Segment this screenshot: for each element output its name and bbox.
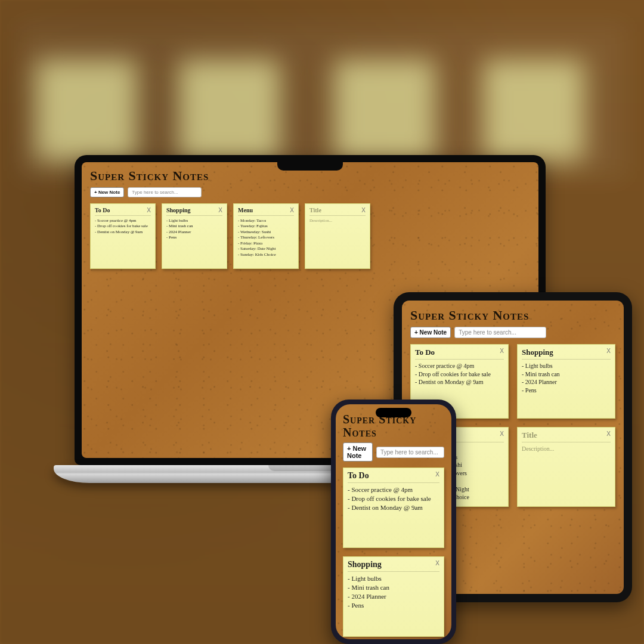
phone-mockup: Super Sticky Notes + New Note Type here …	[331, 400, 456, 644]
search-input[interactable]: Type here to search...	[128, 187, 202, 197]
phone-dynamic-island	[376, 408, 411, 417]
note-title[interactable]: To Do	[348, 471, 369, 481]
sticky-note[interactable]: To Do X - Soccer practice @ 4pm - Drop o…	[343, 467, 444, 548]
close-icon[interactable]: X	[435, 560, 439, 566]
toolbar: + New Note Type here to search...	[410, 327, 615, 338]
close-icon[interactable]: X	[606, 431, 611, 437]
note-body[interactable]: - Soccer practice @ 4pm - Drop off cooki…	[348, 485, 439, 512]
sticky-note-empty[interactable]: Title X Description...	[517, 427, 615, 507]
sticky-note[interactable]: To Do X - Soccer practice @ 4pm - Drop o…	[90, 203, 156, 269]
note-body[interactable]: - Light bulbs - Mini trash can - 2024 Pl…	[522, 362, 611, 394]
note-body[interactable]: - Light bulbs - Mini trash can - 2024 Pl…	[166, 218, 222, 241]
note-title[interactable]: To Do	[95, 207, 110, 213]
background-note	[483, 60, 584, 161]
note-title[interactable]: To Do	[415, 348, 435, 357]
search-input[interactable]: Type here to search...	[454, 327, 546, 338]
sticky-notes-app: Super Sticky Notes + New Note Type here …	[336, 404, 451, 639]
close-icon[interactable]: X	[290, 207, 294, 213]
sticky-note[interactable]: Menu X - Monday: Tacos - Tuesday: Fajita…	[233, 203, 299, 269]
note-body[interactable]: - Soccer practice @ 4pm - Drop off cooki…	[415, 362, 504, 386]
sticky-note[interactable]: Shopping X - Light bulbs - Mini trash ca…	[343, 556, 444, 637]
sticky-note[interactable]: Shopping X - Light bulbs - Mini trash ca…	[517, 344, 615, 419]
note-title[interactable]: Menu	[238, 207, 253, 213]
note-body-placeholder[interactable]: Description...	[522, 445, 611, 453]
note-title[interactable]: Shopping	[166, 207, 191, 213]
note-body[interactable]: - Monday: Tacos - Tuesday: Fajitas - Wed…	[238, 218, 294, 258]
notes-container: To Do X - Soccer practice @ 4pm - Drop o…	[343, 467, 444, 639]
close-icon[interactable]: X	[606, 348, 611, 354]
search-input[interactable]: Type here to search...	[376, 447, 444, 458]
close-icon[interactable]: X	[147, 207, 151, 213]
close-icon[interactable]: X	[361, 207, 366, 213]
background-note	[36, 60, 137, 161]
close-icon[interactable]: X	[218, 207, 222, 213]
close-icon[interactable]: X	[435, 471, 439, 478]
new-note-button[interactable]: + New Note	[410, 327, 451, 338]
close-icon[interactable]: X	[500, 431, 504, 437]
close-icon[interactable]: X	[500, 348, 504, 354]
app-title: Super Sticky Notes	[410, 308, 615, 323]
toolbar: + New Note Type here to search...	[90, 187, 530, 197]
sticky-note-empty[interactable]: Title X Description...	[305, 203, 370, 269]
new-note-button[interactable]: + New Note	[90, 187, 124, 197]
sticky-note[interactable]: Shopping X - Light bulbs - Mini trash ca…	[162, 203, 227, 269]
note-body[interactable]: - Soccer practice @ 4pm - Drop off cooki…	[95, 218, 151, 235]
note-title[interactable]: Shopping	[522, 348, 553, 357]
notes-container: To Do X - Soccer practice @ 4pm - Drop o…	[90, 203, 530, 269]
new-note-button[interactable]: + New Note	[343, 442, 373, 462]
background-note	[334, 60, 435, 161]
toolbar: + New Note Type here to search...	[343, 442, 444, 462]
note-title-placeholder[interactable]: Title	[309, 207, 321, 213]
background-note	[179, 60, 280, 161]
note-body-placeholder[interactable]: Description...	[309, 218, 366, 224]
note-title-placeholder[interactable]: Title	[522, 431, 537, 440]
note-title[interactable]: Shopping	[348, 560, 382, 569]
phone-screen: Super Sticky Notes + New Note Type here …	[336, 404, 451, 639]
note-body[interactable]: - Light bulbs - Mini trash can - 2024 Pl…	[348, 574, 439, 609]
laptop-notch	[277, 162, 343, 171]
